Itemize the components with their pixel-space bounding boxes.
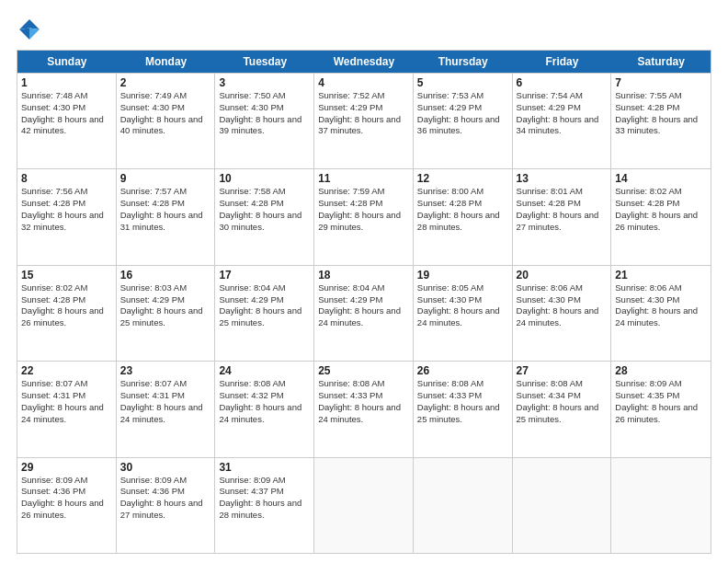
cal-cell: 2Sunrise: 7:49 AMSunset: 4:30 PMDaylight… [117,74,216,168]
day-number: 28 [615,364,707,377]
daylight-line: Daylight: 8 hours and 24 minutes. [120,402,211,426]
sunset-line: Sunset: 4:33 PM [417,390,508,402]
daylight-line: Daylight: 8 hours and 24 minutes. [318,305,409,329]
top-section [17,17,711,42]
sunset-line: Sunset: 4:30 PM [417,294,508,306]
daylight-line: Daylight: 8 hours and 25 minutes. [120,305,211,329]
day-number: 23 [120,364,211,377]
sunset-line: Sunset: 4:29 PM [318,294,409,306]
sunrise-line: Sunrise: 8:07 AM [120,378,211,390]
day-number: 6 [517,76,608,89]
cal-cell: 10Sunrise: 7:58 AMSunset: 4:28 PMDayligh… [215,169,314,264]
svg-marker-1 [29,28,40,39]
week-row-5: 29Sunrise: 8:09 AMSunset: 4:36 PMDayligh… [17,457,711,553]
svg-marker-0 [19,19,40,29]
sunrise-line: Sunrise: 7:59 AM [318,186,409,198]
sunrise-line: Sunrise: 8:06 AM [517,282,608,294]
cal-cell: 30Sunrise: 8:09 AMSunset: 4:36 PMDayligh… [117,458,216,553]
sunrise-line: Sunrise: 8:03 AM [120,282,211,294]
day-number: 25 [318,364,409,377]
sunset-line: Sunset: 4:36 PM [21,486,112,498]
cal-cell: 1Sunrise: 7:48 AMSunset: 4:30 PMDaylight… [17,74,117,168]
sunset-line: Sunset: 4:28 PM [615,198,707,210]
cal-cell: 9Sunrise: 7:57 AMSunset: 4:28 PMDaylight… [117,169,216,264]
daylight-line: Daylight: 8 hours and 24 minutes. [318,402,409,426]
calendar-header: SundayMondayTuesdayWednesdayThursdayFrid… [17,51,711,73]
cal-cell: 4Sunrise: 7:52 AMSunset: 4:29 PMDaylight… [314,74,414,168]
cal-cell: 13Sunrise: 8:01 AMSunset: 4:28 PMDayligh… [513,169,612,264]
cal-cell [314,458,414,553]
daylight-line: Daylight: 8 hours and 27 minutes. [517,210,608,234]
daylight-line: Daylight: 8 hours and 26 minutes. [615,402,707,426]
cal-cell: 19Sunrise: 8:05 AMSunset: 4:30 PMDayligh… [414,266,513,361]
sunrise-line: Sunrise: 7:49 AM [120,90,211,102]
day-number: 24 [219,364,310,377]
cal-cell: 18Sunrise: 8:04 AMSunset: 4:29 PMDayligh… [314,266,414,361]
sunrise-line: Sunrise: 7:50 AM [219,90,310,102]
day-number: 22 [21,364,112,377]
day-number: 26 [417,364,508,377]
svg-marker-2 [19,28,29,39]
day-number: 1 [21,76,112,89]
day-number: 31 [219,461,310,474]
header-day-sunday: Sunday [17,51,117,73]
calendar-body: 1Sunrise: 7:48 AMSunset: 4:30 PMDaylight… [17,73,711,553]
sunrise-line: Sunrise: 8:08 AM [219,378,310,390]
logo-icon [17,17,42,42]
day-number: 3 [219,76,310,89]
header-day-wednesday: Wednesday [314,51,414,73]
sunset-line: Sunset: 4:37 PM [219,486,310,498]
daylight-line: Daylight: 8 hours and 25 minutes. [417,402,508,426]
sunset-line: Sunset: 4:34 PM [517,390,608,402]
sunset-line: Sunset: 4:29 PM [219,294,310,306]
cal-cell: 11Sunrise: 7:59 AMSunset: 4:28 PMDayligh… [314,169,414,264]
daylight-line: Daylight: 8 hours and 33 minutes. [615,114,707,138]
daylight-line: Daylight: 8 hours and 32 minutes. [21,210,112,234]
daylight-line: Daylight: 8 hours and 40 minutes. [120,114,211,138]
sunset-line: Sunset: 4:29 PM [120,294,211,306]
sunset-line: Sunset: 4:30 PM [21,102,112,114]
header-day-monday: Monday [117,51,216,73]
daylight-line: Daylight: 8 hours and 28 minutes. [219,498,310,522]
sunset-line: Sunset: 4:28 PM [615,102,707,114]
day-number: 15 [21,269,112,282]
cal-cell: 21Sunrise: 8:06 AMSunset: 4:30 PMDayligh… [611,266,711,361]
sunrise-line: Sunrise: 8:04 AM [219,282,310,294]
day-number: 16 [120,269,211,282]
cal-cell: 12Sunrise: 8:00 AMSunset: 4:28 PMDayligh… [414,169,513,264]
sunrise-line: Sunrise: 8:09 AM [615,378,707,390]
sunrise-line: Sunrise: 8:01 AM [517,186,608,198]
daylight-line: Daylight: 8 hours and 24 minutes. [615,305,707,329]
daylight-line: Daylight: 8 hours and 24 minutes. [21,402,112,426]
header-day-thursday: Thursday [414,51,513,73]
day-number: 9 [120,172,211,185]
sunrise-line: Sunrise: 7:55 AM [615,90,707,102]
cal-cell: 8Sunrise: 7:56 AMSunset: 4:28 PMDaylight… [17,169,117,264]
sunset-line: Sunset: 4:28 PM [120,198,211,210]
header-day-tuesday: Tuesday [215,51,314,73]
cal-cell: 14Sunrise: 8:02 AMSunset: 4:28 PMDayligh… [611,169,711,264]
week-row-4: 22Sunrise: 8:07 AMSunset: 4:31 PMDayligh… [17,361,711,456]
sunset-line: Sunset: 4:30 PM [120,102,211,114]
cal-cell: 22Sunrise: 8:07 AMSunset: 4:31 PMDayligh… [17,362,117,456]
cal-cell: 5Sunrise: 7:53 AMSunset: 4:29 PMDaylight… [414,74,513,168]
day-number: 7 [615,76,707,89]
header-day-friday: Friday [513,51,612,73]
week-row-2: 8Sunrise: 7:56 AMSunset: 4:28 PMDaylight… [17,168,711,264]
daylight-line: Daylight: 8 hours and 28 minutes. [417,210,508,234]
sunrise-line: Sunrise: 7:52 AM [318,90,409,102]
sunset-line: Sunset: 4:28 PM [417,198,508,210]
daylight-line: Daylight: 8 hours and 26 minutes. [21,498,112,522]
sunrise-line: Sunrise: 8:08 AM [318,378,409,390]
daylight-line: Daylight: 8 hours and 25 minutes. [219,305,310,329]
daylight-line: Daylight: 8 hours and 24 minutes. [517,305,608,329]
cal-cell: 29Sunrise: 8:09 AMSunset: 4:36 PMDayligh… [17,458,117,553]
daylight-line: Daylight: 8 hours and 31 minutes. [120,210,211,234]
sunrise-line: Sunrise: 7:54 AM [517,90,608,102]
day-number: 29 [21,461,112,474]
sunrise-line: Sunrise: 8:06 AM [615,282,707,294]
sunrise-line: Sunrise: 8:00 AM [417,186,508,198]
cal-cell: 26Sunrise: 8:08 AMSunset: 4:33 PMDayligh… [414,362,513,456]
calendar: SundayMondayTuesdayWednesdayThursdayFrid… [17,50,711,554]
day-number: 30 [120,461,211,474]
